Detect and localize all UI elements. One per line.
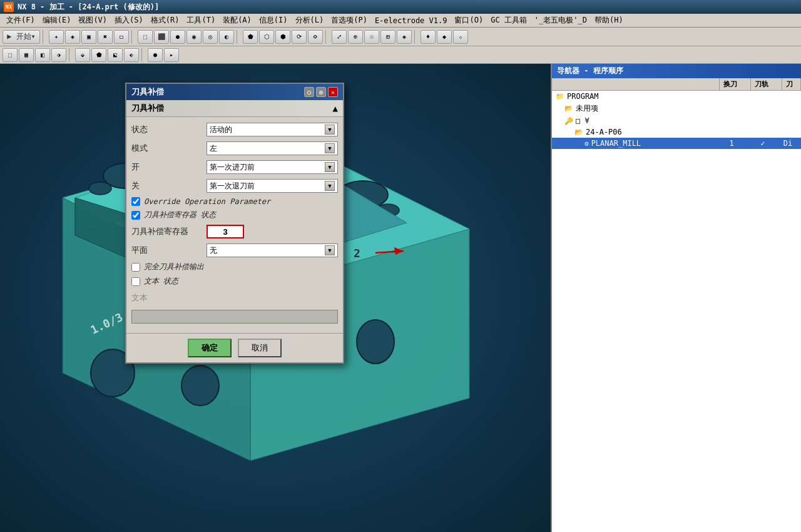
mode-control: 左 ▼ [207, 141, 338, 155]
tool-btn-24[interactable]: ⬦ [453, 30, 468, 44]
tool-btn-22[interactable]: ♦ [421, 30, 436, 44]
full-output-checkbox[interactable] [131, 263, 140, 272]
tb2-btn-9[interactable]: ● [148, 48, 163, 62]
status-value: 活动的 [210, 125, 232, 135]
tb2-btn-4[interactable]: ⬗ [51, 48, 66, 62]
menu-custom[interactable]: '_老五电极'_D [531, 14, 591, 27]
close-control: 第一次退刀前 ▼ [207, 179, 338, 193]
mode-label: 模式 [131, 143, 207, 154]
viewport-3d[interactable]: X YC 1.0/3 1 2 [0, 64, 551, 532]
tb2-btn-8[interactable]: ⬖ [124, 48, 139, 62]
tool-btn-18[interactable]: ⊕ [348, 30, 363, 44]
title-bar: NX NX 8 - 加工 - [24-A.prt (修改的)] [0, 0, 801, 14]
menu-help[interactable]: 帮助(H) [591, 14, 627, 27]
menu-view[interactable]: 视图(V) [74, 14, 111, 27]
menu-info[interactable]: 信息(I) [255, 14, 292, 27]
close-combo[interactable]: 第一次退刀前 ▼ [207, 179, 338, 193]
tool-btn-8[interactable]: ● [170, 30, 185, 44]
ok-button[interactable]: 确定 [188, 339, 232, 357]
menu-gctoolbox[interactable]: GC 工具箱 [487, 14, 531, 27]
mode-arrow[interactable]: ▼ [325, 143, 335, 153]
tool-btn-14[interactable]: ⬢ [275, 30, 290, 44]
start-btn[interactable]: ▶ 开始▾ [3, 30, 40, 44]
menu-format[interactable]: 格式(R) [147, 14, 183, 27]
tool-btn-21[interactable]: ◈ [397, 30, 412, 44]
tool-btn-13[interactable]: ⬡ [259, 30, 274, 44]
menu-assembly[interactable]: 装配(A) [219, 14, 255, 27]
menu-analysis[interactable]: 分析(L) [292, 14, 328, 27]
tool-btn-11[interactable]: ◐ [219, 30, 234, 44]
menu-tools[interactable]: 工具(T) [183, 14, 219, 27]
right-panel-header: 导航器 - 程序顺序 [552, 64, 801, 78]
separator-t2-1 [69, 48, 73, 62]
register-input[interactable]: 3 [207, 225, 244, 238]
tool-btn-2[interactable]: ◈ [65, 30, 80, 44]
col-name [552, 78, 720, 90]
tb2-btn-1[interactable]: ⬚ [3, 48, 18, 62]
open-combo[interactable]: 第一次进刀前 ▼ [207, 160, 338, 174]
tool-btn-19[interactable]: ☉ [364, 30, 379, 44]
tool-btn-16[interactable]: ⭘ [308, 30, 323, 44]
close-arrow[interactable]: ▼ [325, 181, 335, 191]
tool-btn-10[interactable]: ◎ [203, 30, 218, 44]
full-output-label: 完全刀具补偿输出 [144, 262, 204, 272]
tree-item-program[interactable]: 📁 PROGRAM [552, 91, 801, 102]
dialog-body: 状态 活动的 ▼ 模式 [126, 117, 343, 333]
tool-btn-3[interactable]: ▣ [81, 30, 96, 44]
tree-item-24ap06[interactable]: 📂 24-A-P06 [552, 126, 801, 138]
tb2-btn-10[interactable]: ▸ [164, 48, 179, 62]
tree-item-y[interactable]: 🔑 □ ¥ [552, 115, 801, 126]
tb2-btn-2[interactable]: ▦ [19, 48, 34, 62]
plane-combo[interactable]: 无 ▼ [207, 243, 338, 257]
tool-btn-5[interactable]: ◻ [114, 30, 129, 44]
text-status-checkbox[interactable] [131, 277, 140, 286]
collapse-icon[interactable]: ▲ [333, 103, 338, 113]
menu-file[interactable]: 文件(F) [3, 14, 39, 27]
plane-control: 无 ▼ [207, 243, 338, 257]
tb2-btn-5[interactable]: ⬙ [75, 48, 90, 62]
tool-btn-20[interactable]: ⊞ [380, 30, 395, 44]
tree-item-planar-mill[interactable]: ⚙ PLANAR_MILL 1 ✓ Di [552, 138, 801, 149]
menu-insert[interactable]: 插入(S) [111, 14, 147, 27]
menu-prefs[interactable]: 首选项(P) [327, 14, 371, 27]
tb2-btn-3[interactable]: ◧ [35, 48, 50, 62]
tool-btn-6[interactable]: ⬚ [138, 30, 153, 44]
menu-window[interactable]: 窗口(O) [451, 14, 487, 27]
tool-offset-status-checkbox[interactable] [131, 211, 140, 220]
cancel-button[interactable]: 取消 [238, 339, 282, 357]
open-arrow[interactable]: ▼ [325, 162, 335, 172]
tool-btn-23[interactable]: ◆ [437, 30, 452, 44]
dialog-titlebar: 刀具补偿 ○ ⊙ ✕ [126, 84, 343, 100]
plane-arrow[interactable]: ▼ [325, 245, 335, 255]
right-panel: 导航器 - 程序顺序 换刀 刀轨 刀 📁 PROGRAM 📂 未用项 🔑 [551, 64, 801, 532]
tool-btn-12[interactable]: ⬟ [243, 30, 258, 44]
tb2-btn-7[interactable]: ⬕ [108, 48, 123, 62]
dialog-minimize-btn[interactable]: ⊙ [316, 87, 326, 97]
dialog-restore-btn[interactable]: ○ [304, 87, 314, 97]
tool-btn-4[interactable]: ✖ [98, 30, 113, 44]
tool-btn-1[interactable]: ✦ [49, 30, 64, 44]
status-combo[interactable]: 活动的 ▼ [207, 123, 338, 136]
tool-offset-status-label: 刀具补偿寄存器 状态 [144, 210, 216, 220]
tree-item-unused[interactable]: 📂 未用项 [552, 102, 801, 115]
right-panel-title: 导航器 - 程序顺序 [557, 66, 623, 75]
tool-btn-9[interactable]: ◉ [186, 30, 202, 44]
menu-edit[interactable]: 编辑(E) [39, 14, 75, 27]
open-label: 开 [131, 161, 207, 173]
tb2-btn-6[interactable]: ⬟ [91, 48, 106, 62]
mode-combo[interactable]: 左 ▼ [207, 141, 338, 155]
register-control: 3 [207, 225, 338, 238]
tool-btn-7[interactable]: ⬛ [154, 30, 169, 44]
override-checkbox[interactable] [131, 197, 140, 206]
col-toolpath: 刀轨 [751, 78, 782, 90]
plane-row: 平面 无 ▼ [131, 243, 338, 258]
toolbar-2: ⬚ ▦ ◧ ⬗ ⬙ ⬟ ⬕ ⬖ ● ▸ [0, 46, 801, 64]
tool-btn-17[interactable]: ⤢ [332, 30, 347, 44]
status-arrow[interactable]: ▼ [325, 125, 335, 135]
separator-4 [325, 30, 329, 44]
y-folder-icon: 🔑 [564, 117, 573, 125]
tool-btn-15[interactable]: ⟳ [292, 30, 307, 44]
dialog-close-btn[interactable]: ✕ [328, 87, 338, 97]
close-label: 关 [131, 180, 207, 192]
menu-electrode[interactable]: E-electrode V1.9 [371, 15, 451, 26]
